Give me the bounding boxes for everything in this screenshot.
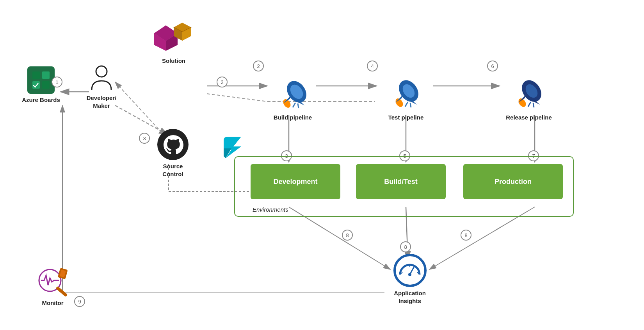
step2-circle: 2: [217, 77, 228, 87]
release-pipeline-icon: [511, 76, 546, 111]
environments-label: Environments: [253, 206, 288, 213]
svg-line-38: [528, 102, 531, 107]
step2b-circle: 2: [253, 61, 264, 71]
step8b-circle: 8: [400, 241, 411, 252]
release-pipeline-label: Release pipeline: [506, 114, 552, 121]
development-box: Development: [251, 164, 340, 199]
svg-line-47: [58, 288, 66, 295]
production-box: Production: [463, 164, 563, 199]
svg-point-24: [96, 66, 107, 77]
step9-circle: 9: [74, 296, 85, 307]
app-insights-icon: [393, 254, 427, 287]
svg-line-39: [533, 103, 534, 107]
solution-label: Solution: [162, 57, 185, 65]
production-label: Production: [495, 178, 532, 186]
monitor-label: Monitor: [42, 299, 64, 307]
step1-circle: 1: [52, 77, 62, 87]
svg-line-29: [298, 103, 299, 108]
step4-circle: 4: [367, 61, 378, 71]
developer-icon: [88, 64, 115, 92]
release-pipeline-node: Release pipeline: [500, 76, 558, 121]
monitor-icon: [36, 266, 69, 297]
svg-line-33: [405, 102, 408, 107]
app-insights-svg: [398, 259, 422, 282]
development-label: Development: [273, 178, 317, 186]
svg-line-34: [410, 103, 411, 107]
github-icon: [157, 129, 189, 160]
step3a-circle: 3: [139, 133, 150, 144]
test-pipeline-node: Test pipeline: [381, 76, 431, 121]
diagram-container: Azure Boards 1 Developer/Maker: [0, 0, 644, 330]
developer-label: Developer/Maker: [87, 94, 117, 109]
buildtest-box: Build/Test: [356, 164, 446, 199]
test-pipeline-label: Test pipeline: [388, 114, 424, 121]
environments-container: Development Build/Test Production Enviro…: [234, 156, 574, 217]
build-pipeline-node: Build pipeline: [267, 76, 318, 121]
monitor-node: Monitor: [29, 266, 76, 307]
source-control-label: SourceControl: [162, 162, 183, 178]
svg-rect-23: [42, 81, 50, 89]
test-pipeline-icon: [388, 76, 423, 111]
step8a-circle: 8: [342, 230, 353, 241]
solution-icon: [150, 20, 197, 55]
svg-line-7: [115, 82, 162, 133]
svg-point-41: [408, 273, 411, 276]
svg-rect-20: [32, 71, 40, 79]
step8c-circle: 8: [461, 230, 471, 241]
svg-point-27: [282, 98, 292, 109]
solution-node: Solution: [142, 20, 205, 65]
source-control-node: SourceControl: [151, 129, 194, 178]
app-insights-label: ApplicationInsights: [394, 289, 426, 305]
build-pipeline-icon: [275, 76, 310, 111]
build-pipeline-label: Build pipeline: [274, 114, 312, 121]
svg-line-28: [293, 103, 295, 107]
developer-node: Developer/Maker: [82, 64, 121, 109]
app-insights-node: ApplicationInsights: [386, 254, 433, 305]
svg-rect-21: [42, 71, 50, 79]
buildtest-label: Build/Test: [384, 178, 418, 186]
azure-boards-icon: [27, 66, 55, 94]
azure-boards-label: Azure Boards: [22, 96, 60, 104]
step6-circle: 6: [487, 61, 498, 71]
svg-line-8: [207, 94, 267, 102]
